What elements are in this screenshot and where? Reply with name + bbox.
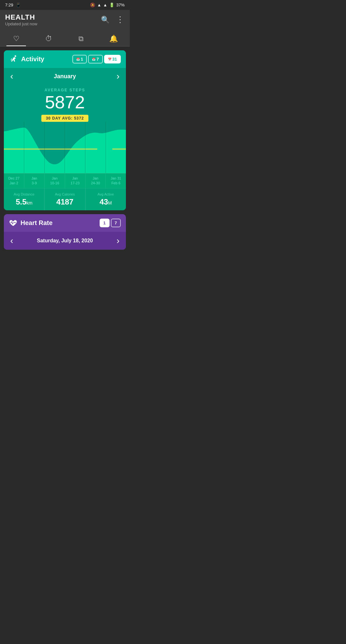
stat-active-unit: M <box>108 200 112 205</box>
stat-active: Avg Active 43M <box>86 188 126 210</box>
tab-clock[interactable]: ⏱ <box>32 32 65 46</box>
prev-date-button[interactable] <box>10 236 13 246</box>
nav-tabs: ♡ ⏱ ⧉ 🔔 <box>0 29 130 46</box>
activity-title: Activity <box>21 55 44 63</box>
status-right: 🔕 ▲ ▲ 🔋 37% <box>90 3 125 7</box>
hr-period-btn-7[interactable]: 7 <box>111 219 121 227</box>
app-subtitle: Updated just now <box>5 21 37 26</box>
wifi-icon: ▲ <box>97 3 101 7</box>
period-btn-1-icon: 📅 <box>76 58 80 61</box>
week-label-3: Jan 17-23 <box>65 173 86 188</box>
battery-icon: 🔋 <box>109 3 114 7</box>
status-left: 7:29 📱 <box>5 3 21 7</box>
prev-month-button[interactable] <box>10 71 13 81</box>
next-date-button[interactable] <box>117 236 119 246</box>
hr-period-buttons: 1 7 <box>100 219 121 227</box>
app-title: HEALTH <box>5 13 37 21</box>
week-label-1-line1: Jan <box>25 176 44 181</box>
hr-period-btn-1[interactable]: 1 <box>100 219 110 227</box>
day-avg-badge: 30 DAY AVG: 5372 <box>41 115 88 122</box>
period-btn-1[interactable]: 📅 1 <box>72 55 87 63</box>
week-label-0-line2: Jan 2 <box>4 181 23 186</box>
stat-active-label: Avg Active <box>88 192 123 196</box>
signal-icon: ▲ <box>103 3 107 7</box>
month-navigation: January <box>4 68 126 85</box>
stat-distance: Avg Distance 5.5km <box>4 188 45 210</box>
heart-rate-card: Heart Rate 1 7 Saturday, July 18, 2020 <box>4 214 126 250</box>
more-options-icon[interactable]: ⋮ <box>116 15 125 25</box>
layers-tab-icon: ⧉ <box>78 35 84 43</box>
week-label-4-line2: 24-30 <box>86 181 105 186</box>
week-label-5-line1: Jan 31 <box>106 176 125 181</box>
stat-calories-value: 4187 <box>47 197 82 206</box>
app-header-left: HEALTH Updated just now <box>5 13 37 26</box>
battery-percent: 37% <box>116 3 125 7</box>
heart-rate-title: Heart Rate <box>21 219 53 227</box>
app-header-right: 🔍 ⋮ <box>101 15 125 25</box>
week-label-5: Jan 31 Feb 6 <box>106 173 126 188</box>
hr-current-date: Saturday, July 18, 2020 <box>37 238 93 244</box>
week-label-3-line2: 17-23 <box>66 181 85 186</box>
stat-distance-number: 5.5 <box>16 197 26 206</box>
stat-calories: Avg Calories 4187 <box>45 188 85 210</box>
week-label-3-line1: Jan <box>66 176 85 181</box>
clock-tab-icon: ⏱ <box>45 35 52 43</box>
heart-rate-icon <box>9 220 17 227</box>
avg-steps-label: AVERAGE STEPS <box>10 88 119 92</box>
week-label-2-line1: Jan <box>45 176 64 181</box>
week-label-2-line2: 10-16 <box>45 181 64 186</box>
stat-distance-unit: km <box>27 200 33 205</box>
activity-card: Activity 📅 1 📅 7 📅 31 January <box>4 50 126 210</box>
bell-tab-icon: 🔔 <box>109 35 118 43</box>
heart-rate-header: Heart Rate 1 7 <box>4 214 126 232</box>
week-label-1-line2: 3-9 <box>25 181 44 186</box>
tab-notifications[interactable]: 🔔 <box>97 32 130 46</box>
week-label-0: Dec 27 Jan 2 <box>4 173 24 188</box>
week-label-0-line1: Dec 27 <box>4 176 23 181</box>
running-icon <box>9 55 18 63</box>
period-btn-1-label: 1 <box>81 57 83 62</box>
week-label-1: Jan 3-9 <box>24 173 45 188</box>
activity-card-header: Activity 📅 1 📅 7 📅 31 <box>4 50 126 68</box>
stat-active-value: 43M <box>88 197 123 206</box>
main-content: Activity 📅 1 📅 7 📅 31 January <box>0 46 130 254</box>
tab-heart[interactable]: ♡ <box>0 32 32 46</box>
week-label-2: Jan 10-16 <box>45 173 65 188</box>
search-icon[interactable]: 🔍 <box>101 16 110 24</box>
activity-stats-row: Avg Distance 5.5km Avg Calories 4187 Avg… <box>4 188 126 210</box>
week-label-5-line2: Feb 6 <box>106 181 125 186</box>
period-btn-31-label: 31 <box>112 57 117 62</box>
period-btn-7-icon: 📅 <box>92 58 95 61</box>
week-label-4-line1: Jan <box>86 176 105 181</box>
activity-title-row: Activity <box>9 55 44 63</box>
hr-period-btn-7-label: 7 <box>115 221 117 225</box>
mute-icon: 🔕 <box>90 3 95 7</box>
period-btn-31[interactable]: 📅 31 <box>104 55 121 63</box>
period-btn-7-label: 7 <box>96 57 99 62</box>
current-month: January <box>54 73 76 80</box>
svg-point-0 <box>15 55 16 57</box>
status-bar: 7:29 📱 🔕 ▲ ▲ 🔋 37% <box>0 0 130 10</box>
steps-chart-svg <box>4 122 126 173</box>
heart-rate-title-row: Heart Rate <box>9 219 53 227</box>
next-month-button[interactable] <box>117 71 119 81</box>
stat-distance-label: Avg Distance <box>6 192 42 196</box>
app-header: HEALTH Updated just now 🔍 ⋮ <box>0 10 130 29</box>
stat-distance-value: 5.5km <box>6 197 42 206</box>
heart-tab-icon: ♡ <box>13 35 20 43</box>
heart-rate-date-nav: Saturday, July 18, 2020 <box>4 232 126 250</box>
stat-active-number: 43 <box>100 197 108 206</box>
steps-section: AVERAGE STEPS 5872 30 DAY AVG: 5372 <box>4 85 126 122</box>
status-time: 7:29 <box>5 3 13 7</box>
week-labels: Dec 27 Jan 2 Jan 3-9 Jan 10-16 Jan 17-23… <box>4 173 126 188</box>
steps-chart <box>4 122 126 173</box>
phone-icon: 📱 <box>16 3 21 7</box>
hr-period-btn-1-label: 1 <box>103 221 106 225</box>
avg-steps-value: 5872 <box>10 92 119 112</box>
week-label-4: Jan 24-30 <box>86 173 106 188</box>
period-btn-7[interactable]: 📅 7 <box>88 55 103 63</box>
tab-layers[interactable]: ⧉ <box>65 32 97 46</box>
period-btn-31-icon: 📅 <box>108 58 111 61</box>
stat-calories-label: Avg Calories <box>47 192 82 196</box>
activity-period-buttons: 📅 1 📅 7 📅 31 <box>72 55 121 63</box>
